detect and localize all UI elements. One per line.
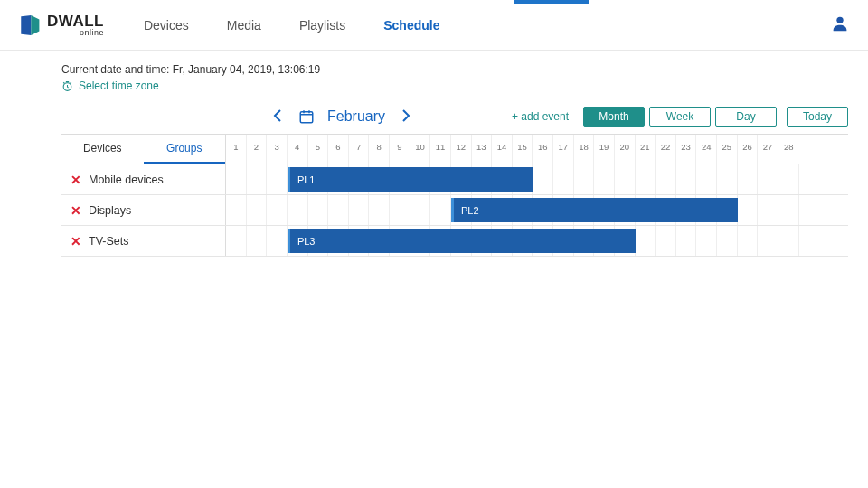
day-header: 17 [553, 135, 574, 164]
topbar: DWALL online DevicesMediaPlaylistsSchedu… [0, 0, 868, 51]
day-header: 23 [676, 135, 697, 164]
logo[interactable]: DWALL online [18, 13, 104, 37]
day-header: 7 [349, 135, 370, 164]
svg-point-0 [836, 17, 843, 23]
row-name: Mobile devices [89, 174, 164, 186]
day-header: 6 [328, 135, 349, 164]
day-header: 21 [636, 135, 656, 164]
active-tab-indicator [514, 0, 589, 4]
day-header: 5 [308, 135, 329, 164]
next-month-button[interactable] [398, 109, 414, 125]
row-days: PL1 [226, 164, 848, 194]
row-name: Displays [89, 204, 131, 217]
timezone-label: Select time zone [79, 80, 159, 92]
clock-icon [61, 80, 73, 92]
view-day-button[interactable]: Day [715, 107, 777, 127]
day-header: 14 [492, 135, 513, 164]
row-days: PL3 [226, 226, 848, 256]
day-header: 16 [533, 135, 553, 164]
row-label: ✕TV-Sets [61, 226, 226, 256]
nav-schedule[interactable]: Schedule [380, 2, 443, 49]
schedule-bar[interactable]: PL1 [288, 167, 533, 192]
day-header: 13 [472, 135, 493, 164]
schedule-row: ✕TV-SetsPL3 [61, 226, 848, 257]
nav-playlists[interactable]: Playlists [296, 2, 349, 49]
remove-row-button[interactable]: ✕ [71, 203, 81, 218]
view-buttons: Month Week Day Today [583, 107, 848, 127]
day-header: 18 [574, 135, 595, 164]
nav-devices[interactable]: Devices [140, 2, 193, 49]
day-header: 12 [451, 135, 472, 164]
day-header: 11 [430, 135, 451, 164]
remove-row-button[interactable]: ✕ [71, 173, 81, 187]
month-nav: February [269, 108, 414, 125]
chevron-left-icon [273, 109, 282, 122]
user-menu[interactable] [830, 14, 850, 36]
day-header: 2 [247, 135, 268, 164]
nav-media[interactable]: Media [223, 2, 265, 49]
tab-devices[interactable]: Devices [61, 135, 144, 164]
add-event-button[interactable]: + add event [512, 110, 569, 123]
day-header: 10 [410, 135, 431, 164]
day-header: 22 [656, 135, 676, 164]
user-icon [830, 14, 850, 33]
tab-groups[interactable]: Groups [144, 135, 226, 164]
day-header: 9 [390, 135, 410, 164]
grid-rows: ✕Mobile devicesPL1✕DisplaysPL2✕TV-SetsPL… [61, 164, 848, 257]
main-nav: DevicesMediaPlaylistsSchedule [140, 2, 444, 49]
calendar-icon [298, 108, 315, 125]
schedule-grid: Devices Groups 1234567891011121314151617… [61, 134, 848, 257]
day-header: 3 [267, 135, 288, 164]
remove-row-button[interactable]: ✕ [71, 234, 81, 249]
row-name: TV-Sets [89, 235, 128, 248]
schedule-bar[interactable]: PL3 [288, 229, 636, 253]
row-label: ✕Mobile devices [61, 164, 226, 194]
day-headers: 1234567891011121314151617181920212223242… [226, 135, 848, 164]
row-label: ✕Displays [61, 195, 226, 225]
schedule-row: ✕DisplaysPL2 [61, 195, 848, 226]
schedule-row: ✕Mobile devicesPL1 [61, 164, 848, 195]
day-header: 1 [226, 135, 247, 164]
day-header: 24 [696, 135, 717, 164]
day-header: 19 [594, 135, 615, 164]
select-timezone-link[interactable]: Select time zone [61, 80, 848, 92]
day-header: 4 [288, 135, 308, 164]
day-header: 25 [717, 135, 738, 164]
schedule-bar[interactable]: PL2 [451, 198, 738, 222]
day-header: 27 [758, 135, 778, 164]
prev-month-button[interactable] [269, 109, 286, 125]
grid-header-row: Devices Groups 1234567891011121314151617… [61, 135, 848, 164]
svg-rect-2 [300, 112, 313, 123]
logo-icon [18, 14, 42, 37]
day-header: 8 [369, 135, 390, 164]
view-month-button[interactable]: Month [583, 107, 645, 127]
day-header: 15 [513, 135, 533, 164]
day-header: 28 [778, 135, 799, 164]
row-days: PL2 [226, 195, 848, 225]
chevron-right-icon [401, 109, 410, 122]
day-header: 26 [738, 135, 759, 164]
view-today-button[interactable]: Today [787, 107, 848, 127]
view-week-button[interactable]: Week [649, 107, 711, 127]
datetime-text: Current date and time: Fr, January 04, 2… [61, 63, 848, 76]
schedule-toolbar: February + add event Month Week Day Toda… [61, 107, 848, 127]
day-header: 20 [615, 135, 636, 164]
month-label[interactable]: February [327, 108, 385, 125]
category-tabs: Devices Groups [61, 135, 226, 164]
content: Current date and time: Fr, January 04, 2… [0, 51, 868, 257]
